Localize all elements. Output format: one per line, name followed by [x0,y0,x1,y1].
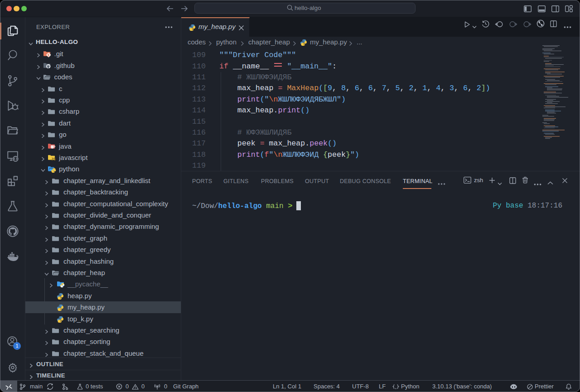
svg-text:JS: JS [51,157,55,161]
